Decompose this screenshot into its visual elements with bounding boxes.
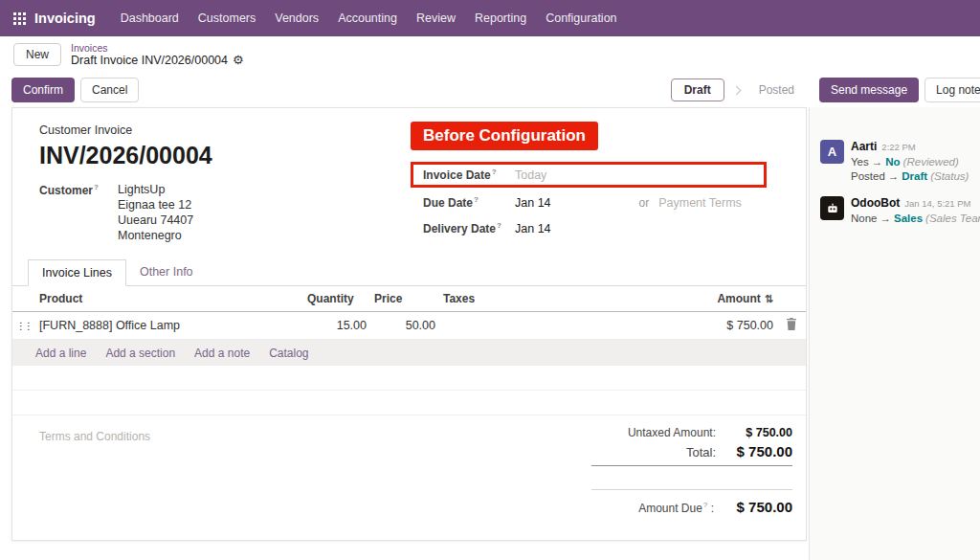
status-step-draft[interactable]: Draft <box>671 78 724 101</box>
invoice-date-label: Invoice Date? <box>423 168 515 182</box>
invoice-form-card: Customer Invoice INV/2026/00004 Customer… <box>11 107 807 541</box>
arrow-icon: → <box>872 156 883 168</box>
chatter-controls: Send message Log note Activities <box>809 78 980 102</box>
invoice-date-field: Invoice Date? Today <box>411 162 767 188</box>
quantity-cell[interactable]: 15.00 <box>303 312 370 340</box>
chevron-right-icon <box>731 85 741 95</box>
gear-icon[interactable]: ⚙ <box>233 54 244 68</box>
or-separator: or <box>639 196 650 210</box>
catalog-link[interactable]: Catalog <box>269 347 308 359</box>
nav-item-configuration[interactable]: Configuration <box>536 1 626 35</box>
total-label: Total: <box>686 445 716 459</box>
table-header-row: Product Quantity Price Taxes Amount ⇅ <box>12 286 806 312</box>
due-date-input[interactable]: Jan 14 <box>515 196 551 210</box>
help-icon: ? <box>703 501 707 509</box>
content-row: Customer Invoice INV/2026/00004 Customer… <box>0 107 980 560</box>
empty-line-row <box>12 391 806 415</box>
due-date-field: Due Date? Jan 14 or Payment Terms <box>411 190 767 215</box>
breadcrumb-bar: New Invoices Draft Invoice INV/2026/0000… <box>0 36 980 73</box>
breadcrumb-current-label: Draft Invoice INV/2026/00004 <box>71 54 228 67</box>
totals-block: Untaxed Amount: $ 750.00 Total: $ 750.00 <box>591 424 792 466</box>
total-value: $ 750.00 <box>725 443 792 459</box>
arrow-icon: → <box>880 213 892 224</box>
line-action-links: Add a line Add a section Add a note Cata… <box>12 340 806 366</box>
empty-line-row <box>12 366 806 391</box>
nav-item-review[interactable]: Review <box>407 1 465 35</box>
tracking-change: Posted→Draft(Status) <box>851 170 969 182</box>
handle-header <box>12 286 35 312</box>
delivery-date-label: Delivery Date? <box>423 221 515 235</box>
tracking-change: None→Sales(Sales Team) <box>851 213 972 224</box>
message-time: Jan 14, 5:21 PM <box>904 198 970 209</box>
avatar: A <box>820 140 844 164</box>
new-button[interactable]: New <box>13 43 61 66</box>
add-a-section-link[interactable]: Add a section <box>105 347 175 359</box>
odoobot-avatar <box>820 196 844 220</box>
chatter-message: OdooBot Jan 14, 5:21 PM None→Sales(Sales… <box>820 196 972 224</box>
tab-invoice-lines[interactable]: Invoice Lines <box>28 259 126 286</box>
delivery-date-field: Delivery Date? Jan 14 <box>411 215 767 241</box>
trash-icon <box>786 318 797 330</box>
tab-other-info[interactable]: Other Info <box>126 259 207 285</box>
breadcrumb: Invoices Draft Invoice INV/2026/00004 ⚙ <box>71 42 244 68</box>
form-controls: Confirm Cancel Draft Posted <box>0 78 809 102</box>
invoice-line-row: ⋮⋮ [FURN_8888] Office Lamp 15.00 50.00 $… <box>12 312 806 340</box>
amount-due-row: Amount Due? : $ 750.00 <box>591 489 792 515</box>
drag-handle-icon[interactable]: ⋮⋮ <box>12 312 35 340</box>
untaxed-amount-row: Untaxed Amount: $ 750.00 <box>591 424 792 441</box>
robot-icon <box>825 201 840 216</box>
price-cell[interactable]: 50.00 <box>370 312 439 340</box>
main-column: Customer Invoice INV/2026/00004 Customer… <box>0 107 809 560</box>
amount-due-value: $ 750.00 <box>725 499 792 515</box>
invoice-header: Customer Invoice INV/2026/00004 Customer… <box>12 108 806 259</box>
help-icon: ? <box>94 183 99 191</box>
product-cell[interactable]: [FURN_8888] Office Lamp <box>35 312 303 340</box>
breadcrumb-parent[interactable]: Invoices <box>71 42 244 54</box>
invoice-lines-table: Product Quantity Price Taxes Amount ⇅ <box>12 286 806 340</box>
amount-header: Amount ⇅ <box>602 286 777 312</box>
payment-terms-input[interactable]: Payment Terms <box>658 196 742 210</box>
date-fields: Before Configuration Invoice Date? Today… <box>411 122 767 241</box>
help-icon: ? <box>492 168 497 176</box>
quantity-header: Quantity <box>303 286 370 312</box>
due-date-label: Due Date? <box>423 195 515 210</box>
chatter-message: A Aarti 2:22 PM Yes→No(Reviewed) Posted→… <box>820 140 972 182</box>
due-date-value-wrap: Jan 14 or Payment Terms <box>515 196 767 210</box>
taxes-cell[interactable] <box>439 312 602 340</box>
chatter-panel: A Aarti 2:22 PM Yes→No(Reviewed) Posted→… <box>809 107 980 560</box>
nav-item-reporting[interactable]: Reporting <box>465 1 536 35</box>
product-header: Product <box>35 286 303 312</box>
invoice-date-input[interactable]: Today <box>515 168 754 182</box>
confirm-button[interactable]: Confirm <box>11 78 75 102</box>
top-navbar: Invoicing Dashboard Customers Vendors Ac… <box>0 0 980 36</box>
controls-row: Confirm Cancel Draft Posted Send message… <box>0 73 980 107</box>
help-icon: ? <box>497 221 501 230</box>
column-sort-icon[interactable]: ⇅ <box>765 293 773 305</box>
status-step-posted[interactable]: Posted <box>746 79 807 101</box>
untaxed-amount-label: Untaxed Amount: <box>628 426 716 439</box>
amount-cell: $ 750.00 <box>602 312 777 340</box>
add-a-note-link[interactable]: Add a note <box>194 347 250 359</box>
total-row: Total: $ 750.00 <box>591 441 792 466</box>
nav-item-vendors[interactable]: Vendors <box>265 1 328 35</box>
delete-line-button[interactable] <box>777 312 806 340</box>
cancel-button[interactable]: Cancel <box>80 78 139 102</box>
taxes-header: Taxes <box>439 286 602 312</box>
delivery-date-input[interactable]: Jan 14 <box>515 222 767 235</box>
send-message-button[interactable]: Send message <box>819 78 919 102</box>
terms-and-conditions-input[interactable]: Terms and Conditions <box>39 430 150 443</box>
add-a-line-link[interactable]: Add a line <box>35 347 86 359</box>
nav-item-accounting[interactable]: Accounting <box>328 1 407 35</box>
app-brand[interactable]: Invoicing <box>34 11 96 26</box>
untaxed-amount-value: $ 750.00 <box>725 426 792 439</box>
notebook-tabs: Invoice Lines Other Info <box>12 259 806 286</box>
help-icon: ? <box>474 195 479 204</box>
tracking-change: Yes→No(Reviewed) <box>851 156 969 168</box>
arrow-icon: → <box>888 170 900 182</box>
nav-item-dashboard[interactable]: Dashboard <box>111 1 189 35</box>
log-note-button[interactable]: Log note <box>924 78 980 102</box>
message-author: OdooBot <box>851 196 900 210</box>
nav-item-customers[interactable]: Customers <box>189 1 265 35</box>
apps-icon[interactable] <box>13 12 26 25</box>
customer-label: Customer? <box>39 183 118 244</box>
